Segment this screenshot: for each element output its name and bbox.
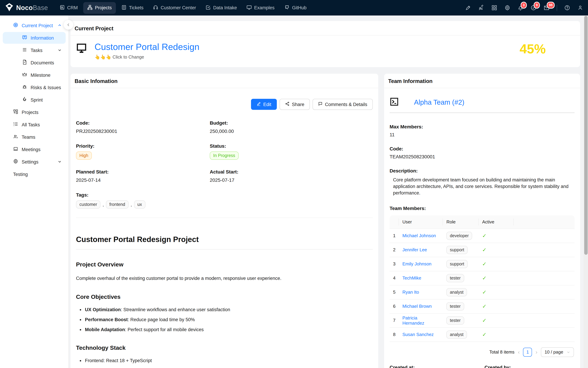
vertical-scrollbar[interactable] [584,16,588,368]
field-label: Tags: [76,192,373,198]
active-check-icon: ✓ [482,331,486,337]
row-index: 6 [390,299,399,313]
sidebar: Current Project Information Tasks Docume… [0,16,69,368]
sidebar-item-label: Milestone [31,73,61,78]
field-label: Created by: [484,364,575,368]
ordered-list-icon [13,121,18,128]
sidebar-item-sprint[interactable]: Sprint [3,94,66,106]
field-value: TEAM202508230001 [390,154,575,159]
share-button[interactable]: Share [280,99,310,110]
user-link[interactable]: Ryan Ito [402,290,419,295]
mail-icon[interactable]: 98 [544,5,550,11]
field-actual-start: Actual Start: 2025-07-17 [210,169,373,183]
list-item: Mobile Adaptation: Perfect support for a… [85,327,373,333]
gear-icon[interactable] [504,5,510,11]
user-link[interactable]: Emily Johnson [402,261,431,267]
sidebar-item-milestone[interactable]: Milestone [3,69,66,81]
table-row: 7 Patricia Hernandez tester ✓ [390,313,575,327]
tab-tickets[interactable]: Tickets [117,2,148,14]
user-link[interactable]: Michael Johnson [402,233,436,238]
comments-details-button[interactable]: Comments & Details [313,99,373,110]
table-row: 3 Emily Johnson support ✓ [390,257,575,271]
sidebar-item-information[interactable]: Information [3,32,66,44]
terminal-icon [390,97,399,108]
sidebar-item-testing[interactable]: Testing [3,168,66,180]
sidebar-item-all-tasks[interactable]: All Tasks [3,119,66,130]
user-link[interactable]: Jennifer Lee [402,247,427,252]
page-number[interactable]: 1 [523,348,532,357]
comment-icon [318,101,323,107]
tab-github[interactable]: GitHub [280,2,311,14]
project-markdown: Customer Portal Redesign Project Project… [75,235,374,368]
ui-editor-pen-icon[interactable] [465,5,471,11]
markdown-h2-overview: Project Overview [76,261,373,268]
scrollbar-thumb[interactable] [584,16,588,255]
tab-label: Data Intake [213,5,237,10]
tab-crm[interactable]: CRM [55,2,82,14]
click-to-change-hint[interactable]: 👆👆👆 Click to Change [95,54,199,60]
sidebar-item-meetings[interactable]: Meetings [3,144,66,155]
file-icon [22,60,27,66]
user-link[interactable]: Susan Sanchez [402,332,434,337]
tag-chip: customer [76,200,101,209]
tab-examples[interactable]: Examples [242,2,279,14]
row-index: 4 [390,271,399,285]
chevron-up-icon [58,23,61,28]
page-size-select[interactable]: 10 / page [541,347,574,357]
sidebar-item-documents[interactable]: Documents [3,57,66,68]
user-link[interactable]: TechMike [402,276,421,281]
project-name-link[interactable]: Customer Portal Redesign [95,42,199,52]
table-row: 2 Jennifer Lee support ✓ [390,243,575,257]
sidebar-item-projects[interactable]: Projects [3,106,66,118]
edit-button[interactable]: Edit [251,99,277,110]
field-label: Created at: [390,364,484,368]
nocobase-logo[interactable]: NocoBase [5,3,48,13]
sidebar-item-tasks[interactable]: Tasks [3,44,66,56]
row-index: 2 [390,243,399,257]
row-index: 5 [390,285,399,299]
user-link[interactable]: Patricia Hernandez [402,315,424,325]
role-tag: support [446,246,467,254]
tab-projects[interactable]: Projects [83,2,116,14]
basic-information-card: Basic Infomation Edit Share [70,74,378,368]
field-code: Code: PRJ202508230001 [76,120,210,134]
button-label: Edit [263,102,271,107]
bell-icon[interactable]: 3 [518,5,523,11]
field-label: Max Members: [390,124,575,129]
help-icon[interactable] [564,5,570,11]
sidebar-item-risks-issues[interactable]: Risks & Issues [3,82,66,93]
blocks-grid-icon[interactable] [491,5,497,11]
tab-data-intake[interactable]: Data Intake [202,2,241,14]
prev-page-icon[interactable]: ‹ [518,349,520,355]
tag-separator: , [131,202,132,207]
field-label: Planned Start: [76,169,210,175]
user-link[interactable]: Michael Brown [402,304,432,309]
tab-customer-center[interactable]: Customer Center [149,2,200,14]
description-text: Core platform development team focused o… [390,177,575,196]
api-plugin-icon[interactable] [478,5,484,11]
field-team-code: Code: TEAM202508230001 [388,146,576,159]
role-header: Role [443,215,479,229]
tab-label: GitHub [292,5,307,10]
button-label: Comments & Details [325,102,367,107]
sidebar-item-teams[interactable]: Teams [3,131,66,143]
team-name-link[interactable]: Alpha Team (#2) [414,99,464,106]
role-tag: analyst [446,288,467,296]
sidebar-item-settings[interactable]: Settings [3,156,66,168]
user-avatar-icon[interactable] [577,5,583,11]
tab-label: Projects [95,5,112,10]
active-check-icon: ✓ [482,275,486,281]
markdown-h2-objectives: Core Objectives [76,294,373,301]
sidebar-collapse-button[interactable] [64,20,73,30]
todo-badge: 9 [534,2,540,9]
list-item: Frontend: React 18 + TypeScript [85,358,373,364]
priority-tag: High [76,151,92,160]
next-page-icon[interactable]: › [535,349,537,355]
table-row: 5 Ryan Ito analyst ✓ [390,285,575,299]
chevron-down-icon [567,350,570,354]
todo-check-icon[interactable]: 9 [531,5,536,11]
sidebar-item-current-project[interactable]: Current Project [3,20,66,31]
ticket-list-icon [121,5,127,11]
pagination: Total 8 items ‹ 1 › 10 / page [390,347,575,357]
sidebar-item-label: Meetings [22,147,61,152]
